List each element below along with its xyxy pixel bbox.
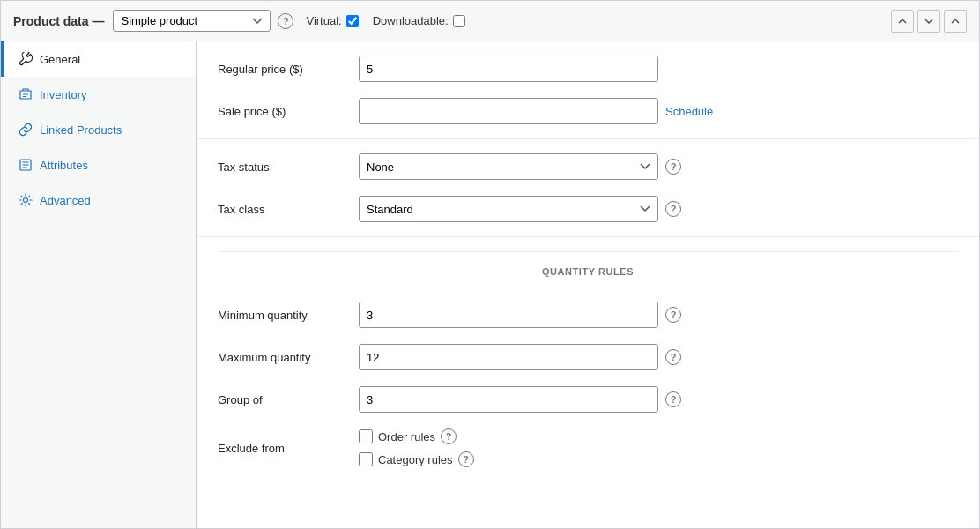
tax-class-label: Tax class (218, 203, 359, 216)
product-data-body: General Inventory Linked (1, 41, 979, 528)
exclude-from-checkboxes: Order rules ? Category rules ? (359, 428, 474, 467)
tax-status-row: Tax status None Taxable Shipping only ? (218, 153, 958, 180)
sidebar-general-label: General (40, 53, 80, 66)
wrench-icon (19, 52, 33, 66)
group-of-input[interactable] (359, 386, 658, 413)
max-quantity-input[interactable] (359, 344, 658, 370)
downloadable-label[interactable]: Downloadable: (373, 14, 465, 27)
svg-point-1 (24, 198, 28, 203)
group-of-row: Group of ? (218, 386, 958, 413)
product-type-select[interactable]: Simple productGrouped productExternal/Af… (113, 10, 271, 32)
virtual-label[interactable]: Virtual: (306, 14, 358, 27)
min-quantity-label: Minimum quantity (218, 309, 359, 322)
order-rules-label: Order rules (378, 430, 435, 443)
arrow-up-icon (898, 19, 907, 24)
tax-section: Tax status None Taxable Shipping only ? … (197, 139, 979, 237)
min-quantity-row: Minimum quantity ? (218, 302, 958, 328)
order-rules-checkbox[interactable] (359, 429, 373, 443)
tax-class-select[interactable]: Standard Reduced rate Zero rate (359, 196, 658, 222)
exclude-from-row: Exclude from Order rules ? Category rule… (218, 428, 958, 467)
downloadable-checkbox[interactable] (453, 15, 465, 27)
group-of-label: Group of (218, 393, 359, 406)
gear-icon (19, 193, 33, 207)
sidebar-linked-products-label: Linked Products (40, 123, 122, 137)
arrow-collapse-button[interactable] (944, 10, 967, 33)
regular-price-label: Regular price ($) (218, 63, 359, 76)
virtual-downloadable-group: Virtual: Downloadable: (306, 14, 464, 27)
downloadable-text: Downloadable: (373, 14, 449, 27)
exclude-from-field: Order rules ? Category rules ? (359, 428, 958, 467)
sale-price-field: Schedule (359, 98, 958, 124)
category-rules-checkbox[interactable] (359, 452, 373, 466)
header-help-icon[interactable]: ? (278, 13, 293, 29)
category-rules-label: Category rules (378, 453, 453, 466)
virtual-text: Virtual: (306, 14, 341, 27)
max-quantity-label: Maximum quantity (218, 351, 359, 364)
sale-price-row: Sale price ($) Schedule (218, 98, 958, 124)
product-data-header: Product data — Simple productGrouped pro… (1, 1, 979, 41)
regular-price-row: Regular price ($) (218, 56, 958, 82)
header-controls (891, 10, 967, 33)
sidebar-item-general[interactable]: General (1, 41, 196, 77)
inventory-icon (19, 87, 33, 101)
link-icon (19, 123, 33, 137)
arrow-down-button[interactable] (917, 10, 940, 33)
schedule-link[interactable]: Schedule (665, 105, 713, 118)
tax-class-help-icon[interactable]: ? (665, 201, 681, 217)
sidebar-item-linked-products[interactable]: Linked Products (1, 112, 196, 147)
max-quantity-help-icon[interactable]: ? (665, 349, 681, 365)
max-quantity-field: ? (359, 344, 958, 370)
sale-price-label: Sale price ($) (218, 105, 359, 118)
order-rules-help-icon[interactable]: ? (441, 428, 457, 444)
min-quantity-input[interactable] (359, 302, 658, 328)
tax-status-field: None Taxable Shipping only ? (359, 153, 958, 180)
tax-status-label: Tax status (218, 160, 359, 174)
sidebar: General Inventory Linked (1, 41, 197, 528)
chevron-up-icon (951, 19, 960, 24)
regular-price-field (359, 56, 958, 82)
sidebar-item-inventory[interactable]: Inventory (1, 77, 196, 112)
sidebar-inventory-label: Inventory (40, 88, 86, 101)
exclude-from-label: Exclude from (218, 442, 359, 455)
tax-status-help-icon[interactable]: ? (665, 159, 681, 175)
group-of-field: ? (359, 386, 958, 413)
min-quantity-help-icon[interactable]: ? (665, 307, 681, 323)
arrow-up-button[interactable] (891, 10, 914, 33)
category-rules-help-icon[interactable]: ? (458, 451, 474, 467)
sidebar-item-advanced[interactable]: Advanced (1, 183, 196, 218)
max-quantity-row: Maximum quantity ? (218, 344, 958, 370)
tax-class-row: Tax class Standard Reduced rate Zero rat… (218, 196, 958, 222)
regular-price-input[interactable] (359, 56, 658, 82)
sidebar-attributes-label: Attributes (40, 159, 88, 172)
quantity-rules-section: QUANTITY RULES Minimum quantity ? Maximu… (197, 237, 979, 481)
arrow-down-icon (924, 19, 933, 24)
sidebar-item-attributes[interactable]: Attributes (1, 147, 196, 183)
sidebar-advanced-label: Advanced (40, 194, 91, 207)
attributes-icon (19, 158, 33, 172)
min-quantity-field: ? (359, 302, 958, 328)
general-section: Regular price ($) Sale price ($) Schedul… (197, 41, 979, 139)
sale-price-input[interactable] (359, 98, 658, 124)
tax-class-field: Standard Reduced rate Zero rate ? (359, 196, 958, 222)
group-of-help-icon[interactable]: ? (665, 391, 681, 407)
product-data-label: Product data — (13, 14, 104, 28)
virtual-checkbox[interactable] (346, 15, 359, 27)
tax-status-select[interactable]: None Taxable Shipping only (359, 153, 658, 180)
category-rules-item: Category rules ? (359, 451, 474, 467)
order-rules-item: Order rules ? (359, 428, 474, 444)
quantity-rules-title: QUANTITY RULES (218, 251, 958, 286)
main-content: Regular price ($) Sale price ($) Schedul… (197, 41, 979, 528)
